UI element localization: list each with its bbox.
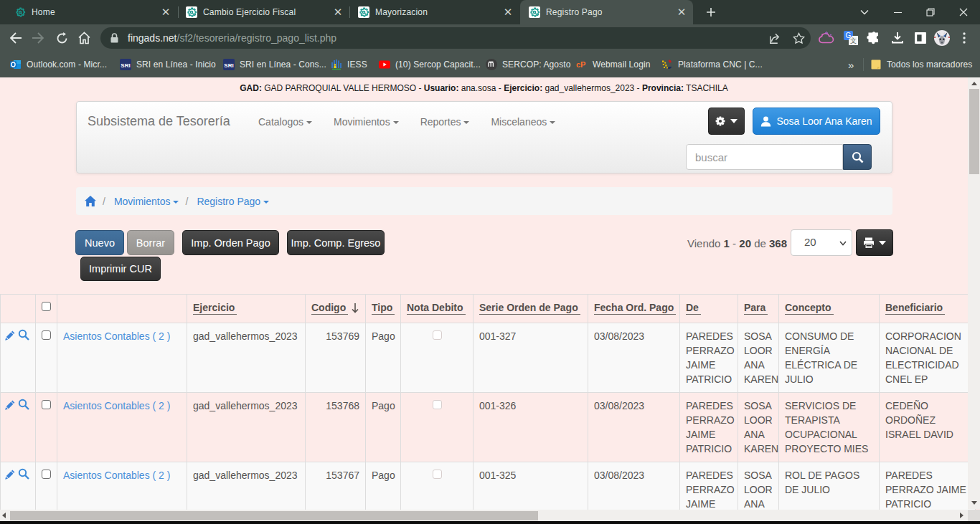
imprimir-cur-button[interactable]: Imprimir CUR (80, 257, 161, 281)
window-restore-button[interactable] (914, 0, 947, 24)
bookmark-sri-inicio[interactable]: SRI SRI en Línea - Inicio (120, 52, 216, 77)
sort-link-de[interactable]: De (686, 302, 701, 315)
share-icon[interactable] (764, 27, 787, 49)
tab-mayorizacion[interactable]: Mayorizacion ✕ (351, 0, 519, 24)
sort-link-tipo[interactable]: Tipo (372, 302, 395, 315)
forward-button[interactable] (27, 27, 50, 49)
asientos-contables-link[interactable]: Asientos Contables ( 2 ) (63, 330, 170, 342)
view-magnifier-icon[interactable] (18, 399, 29, 410)
scroll-right-arrow[interactable] (960, 513, 963, 518)
sort-link-codigo[interactable]: Codigo (311, 302, 348, 315)
edit-pencil-icon[interactable] (5, 330, 16, 340)
nav-catalogos[interactable]: Catalogos (248, 102, 323, 145)
col-header-beneficiario[interactable]: Beneficiario (880, 295, 976, 323)
edit-pencil-icon[interactable] (5, 399, 16, 410)
downloads-icon[interactable] (886, 27, 909, 49)
imp-orden-pago-button[interactable]: Imp. Orden Pago (182, 230, 279, 255)
all-bookmarks-folder[interactable]: Todos los marcadores (870, 52, 972, 77)
nota-debito-checkbox[interactable] (433, 330, 442, 340)
breadcrumb-movimientos[interactable]: Movimientos (114, 196, 179, 207)
profile-avatar[interactable] (930, 27, 953, 49)
tab-close-icon[interactable]: ✕ (676, 6, 687, 18)
nuevo-button[interactable]: Nuevo (75, 230, 124, 255)
browser-menu-icon[interactable] (953, 27, 976, 49)
address-bar[interactable]: fingads.net/sf2/tesoreria/registro_pago_… (100, 27, 811, 49)
borrar-button[interactable]: Borrar (127, 230, 174, 255)
bookmark-sercop-youtube[interactable]: (10) Sercop Capacit... (379, 52, 481, 77)
sort-link-ejercicio[interactable]: Ejercicio (193, 302, 237, 315)
window-minimize-button[interactable] (881, 0, 914, 24)
sort-link-para[interactable]: Para (744, 302, 768, 315)
col-header-tipo[interactable]: Tipo (366, 295, 401, 323)
page-size-select[interactable]: 20 (791, 229, 852, 256)
vertical-scrollbar[interactable] (968, 77, 980, 509)
window-close-button[interactable] (947, 0, 980, 24)
scroll-up-arrow[interactable] (971, 82, 977, 85)
tab-close-icon[interactable]: ✕ (502, 6, 514, 18)
col-header-serie[interactable]: Serie Orden de Pago (473, 295, 588, 323)
asientos-contables-link[interactable]: Asientos Contables ( 2 ) (63, 400, 170, 411)
breadcrumb-registro-pago[interactable]: Registro Pago (197, 196, 269, 207)
nota-debito-checkbox[interactable] (433, 400, 442, 409)
view-magnifier-icon[interactable] (18, 329, 29, 340)
sidebar-icon[interactable] (909, 27, 932, 49)
row-checkbox[interactable] (42, 400, 51, 409)
bookmark-webmail[interactable]: cP Webmail Login (576, 52, 650, 77)
puzzle-icon (867, 31, 881, 45)
nav-movimientos[interactable]: Movimientos (323, 102, 410, 145)
asientos-contables-link[interactable]: Asientos Contables ( 2 ) (63, 470, 170, 481)
new-tab-button[interactable] (701, 2, 721, 22)
tab-registro-pago[interactable]: Registro Pago ✕ (520, 0, 693, 24)
horizontal-scrollbar[interactable] (0, 510, 968, 521)
window-chevron-button[interactable] (848, 0, 881, 24)
extension-translate-icon[interactable]: G文 (839, 27, 862, 49)
print-button[interactable] (856, 229, 893, 256)
col-header-fecha[interactable]: Fecha Ord. Pago (588, 295, 680, 323)
search-input[interactable]: buscar (686, 144, 843, 170)
nav-reportes[interactable]: Reportes (410, 102, 481, 145)
tab-home[interactable]: Home ✕ (6, 0, 177, 24)
tab-close-icon[interactable]: ✕ (332, 6, 344, 18)
scroll-down-arrow[interactable] (971, 501, 977, 505)
sort-link-serie[interactable]: Serie Orden de Pago (479, 302, 580, 315)
col-header-concepto[interactable]: Concepto (779, 295, 880, 323)
search-button[interactable] (843, 144, 872, 170)
extension-cloud-icon[interactable] (815, 27, 838, 49)
bookmark-iess[interactable]: IESS (331, 52, 367, 77)
col-header-codigo[interactable]: Codigo (306, 295, 366, 323)
sort-link-beneficiario[interactable]: Beneficiario (885, 302, 945, 315)
sort-link-nota[interactable]: Nota Debito (407, 302, 466, 315)
select-all-checkbox[interactable] (42, 302, 51, 311)
bookmark-star-icon[interactable] (787, 27, 810, 49)
bookmark-plataforma-cnc[interactable]: Plataforma CNC | C... (661, 52, 763, 77)
view-magnifier-icon[interactable] (18, 468, 29, 480)
home-icon[interactable] (85, 196, 96, 206)
vertical-scroll-thumb[interactable] (969, 89, 979, 174)
horizontal-scroll-thumb[interactable] (10, 511, 538, 520)
sort-link-fecha[interactable]: Fecha Ord. Pago (594, 302, 676, 315)
edit-pencil-icon[interactable] (5, 469, 16, 480)
col-header-de[interactable]: De (680, 295, 738, 323)
bookmark-sercop-agosto[interactable]: SERCOP: Agosto (486, 52, 570, 77)
nav-miscelaneos[interactable]: Miscelaneos (480, 102, 566, 145)
scroll-left-arrow[interactable] (2, 513, 6, 518)
reload-button[interactable] (50, 27, 73, 49)
back-button[interactable] (4, 27, 27, 49)
tab-close-icon[interactable]: ✕ (160, 6, 171, 18)
extensions-puzzle-icon[interactable] (862, 27, 885, 49)
bookmark-sri-consultas[interactable]: SRI SRI en Línea - Cons... (223, 52, 326, 77)
sort-link-concepto[interactable]: Concepto (785, 302, 834, 315)
col-header-ejercicio[interactable]: Ejercicio (187, 295, 306, 323)
col-header-para[interactable]: Para (738, 295, 779, 323)
settings-gear-button[interactable] (708, 108, 745, 135)
nota-debito-checkbox[interactable] (433, 470, 442, 479)
bookmarks-overflow-chevron[interactable]: » (848, 52, 854, 77)
bookmark-outlook[interactable]: Outlook.com - Micr... (10, 52, 107, 77)
home-button[interactable] (72, 27, 95, 49)
tab-cambio-ejercicio[interactable]: Cambio Ejercicio Fiscal ✕ (179, 0, 349, 24)
row-checkbox[interactable] (42, 330, 51, 340)
row-checkbox[interactable] (42, 470, 51, 479)
imp-comp-egreso-button[interactable]: Imp. Comp. Egreso (287, 230, 385, 255)
col-header-nota[interactable]: Nota Debito (401, 295, 473, 323)
user-button[interactable]: Sosa Loor Ana Karen (753, 108, 880, 135)
